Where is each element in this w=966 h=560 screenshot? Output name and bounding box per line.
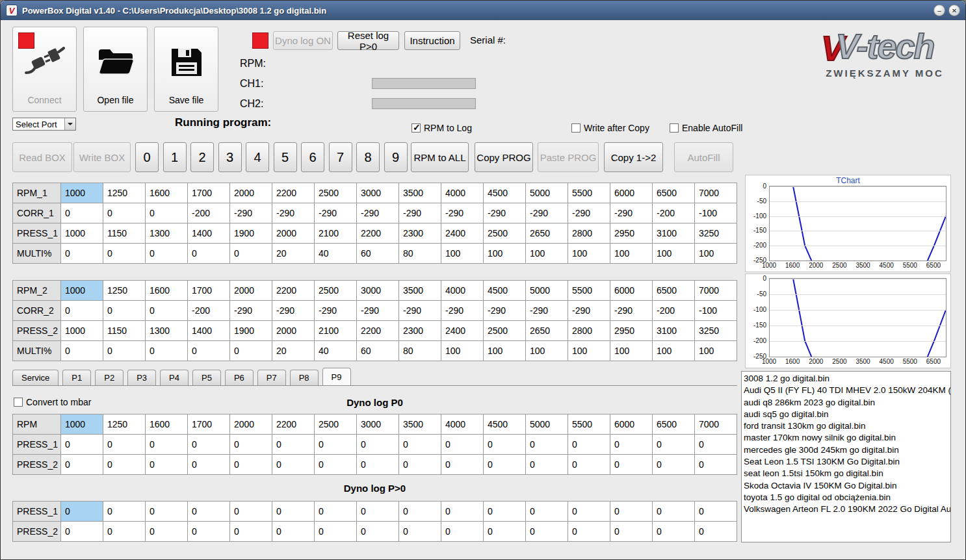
grid-cell[interactable]: 2950 xyxy=(610,223,653,244)
grid-cell[interactable]: 100 xyxy=(610,244,653,264)
grid-cell[interactable]: 5500 xyxy=(568,183,610,203)
grid-cell[interactable]: 1300 xyxy=(146,321,188,341)
grid-cell[interactable]: 0 xyxy=(272,455,315,475)
grid-cell[interactable]: -290 xyxy=(230,203,272,223)
grid-cell[interactable]: -200 xyxy=(653,203,695,223)
file-list-item[interactable]: Skoda Octavia IV 150KM Go Digital.bin xyxy=(744,480,950,492)
file-list-item[interactable]: Audi Q5 II (FY FL) 40 TDI MHEV 2.0 150kW… xyxy=(744,385,950,396)
grid-cell[interactable]: 40 xyxy=(315,244,357,264)
file-list-item[interactable]: Seat Leon 1.5 TSI 130KM Go Digital.bin xyxy=(744,456,950,468)
file-list-item[interactable]: ford transit 130km go digital.bin xyxy=(744,420,950,432)
grid-cell[interactable]: 1000 xyxy=(61,414,103,435)
grid-cell[interactable]: 60 xyxy=(357,341,399,361)
grid-cell[interactable]: 0 xyxy=(103,203,146,223)
save-file-button[interactable]: Save file xyxy=(154,27,218,112)
grid-cell[interactable]: 2000 xyxy=(230,281,272,301)
grid-cell[interactable]: 80 xyxy=(399,341,441,361)
grid-cell[interactable]: 4000 xyxy=(441,183,484,203)
grid-cell[interactable]: 0 xyxy=(399,522,441,542)
grid-cell[interactable]: 2650 xyxy=(526,321,568,341)
grid-cell[interactable]: 100 xyxy=(526,244,568,264)
grid-cell[interactable]: 0 xyxy=(146,301,188,321)
grid-cell[interactable]: -290 xyxy=(441,203,484,223)
grid-cell[interactable]: 20 xyxy=(272,244,315,264)
grid-cell[interactable]: 2500 xyxy=(315,414,357,435)
grid-cell[interactable]: 0 xyxy=(146,244,188,264)
grid-cell[interactable]: 6000 xyxy=(610,183,653,203)
file-list-item[interactable]: master 170km nowy silnik go digital.bin xyxy=(744,432,950,444)
write-after-copy-checkbox[interactable]: Write after Copy xyxy=(571,123,649,133)
grid-cell[interactable]: -290 xyxy=(399,203,441,223)
grid-cell[interactable]: 3250 xyxy=(695,321,737,341)
grid-cell[interactable]: 0 xyxy=(188,522,230,542)
grid-cell[interactable]: 1150 xyxy=(103,321,146,341)
grid-cell[interactable]: 100 xyxy=(568,244,610,264)
grid-cell[interactable]: 0 xyxy=(357,502,399,522)
autofill-button[interactable]: AutoFill xyxy=(674,142,733,172)
grid-cell[interactable]: 2200 xyxy=(357,223,399,244)
grid-cell[interactable]: 100 xyxy=(568,341,610,361)
grid-cell[interactable]: 0 xyxy=(695,435,737,455)
grid-cell[interactable]: 0 xyxy=(230,502,272,522)
grid-cell[interactable]: 4500 xyxy=(484,183,526,203)
grid-cell[interactable]: 100 xyxy=(441,341,484,361)
grid-cell[interactable]: 0 xyxy=(103,502,146,522)
grid-cell[interactable]: 3100 xyxy=(653,321,695,341)
file-list-item[interactable]: 3008 1.2 go digital.bin xyxy=(744,373,950,385)
grid-cell[interactable]: 20 xyxy=(272,341,315,361)
program-digit-button-7[interactable]: 7 xyxy=(329,142,352,172)
grid-cell[interactable]: 1150 xyxy=(103,223,146,244)
tab-p2[interactable]: P2 xyxy=(95,370,124,385)
grid-cell[interactable]: -290 xyxy=(484,301,526,321)
copy-1-to-2-button[interactable]: Copy 1->2 xyxy=(604,142,663,172)
grid-cell[interactable]: 2500 xyxy=(484,223,526,244)
program-digit-button-8[interactable]: 8 xyxy=(356,142,380,172)
grid-cell[interactable]: 7000 xyxy=(695,414,737,435)
grid-cell[interactable]: 1600 xyxy=(146,183,188,203)
grid-cell[interactable]: -290 xyxy=(357,203,399,223)
grid-cell[interactable]: 2100 xyxy=(315,223,357,244)
grid-cell[interactable]: 100 xyxy=(610,341,653,361)
grid-cell[interactable]: 0 xyxy=(526,522,568,542)
grid-cell[interactable]: 0 xyxy=(230,522,272,542)
grid-cell[interactable]: 0 xyxy=(61,455,103,475)
grid-cell[interactable]: 0 xyxy=(484,435,526,455)
file-list-item[interactable]: seat leon 1.5tsi 150km go digital.bin xyxy=(744,468,950,479)
tab-p6[interactable]: P6 xyxy=(225,370,254,385)
grid-cell[interactable]: 100 xyxy=(695,244,737,264)
grid-cell[interactable]: 0 xyxy=(103,301,146,321)
grid-cell[interactable]: 1000 xyxy=(61,223,103,244)
grid-cell[interactable]: 1700 xyxy=(188,414,230,435)
grid-cell[interactable]: 100 xyxy=(526,341,568,361)
grid-cell[interactable]: 80 xyxy=(399,244,441,264)
grid-cell[interactable]: -290 xyxy=(272,301,315,321)
rpm-to-log-checkbox[interactable]: RPM to Log xyxy=(411,123,472,133)
grid-cell[interactable]: 0 xyxy=(526,502,568,522)
grid-cell[interactable]: -200 xyxy=(188,301,230,321)
grid-cell[interactable]: 5000 xyxy=(526,281,568,301)
grid-cell[interactable]: 2800 xyxy=(568,321,610,341)
grid-cell[interactable]: 0 xyxy=(61,341,103,361)
grid-cell[interactable]: 0 xyxy=(315,522,357,542)
grid-cell[interactable]: 6000 xyxy=(610,414,653,435)
grid-cell[interactable]: 0 xyxy=(103,341,146,361)
grid-cell[interactable]: 0 xyxy=(399,502,441,522)
grid-cell[interactable]: -100 xyxy=(695,203,737,223)
grid-cell[interactable]: 0 xyxy=(526,435,568,455)
grid-cell[interactable]: 6500 xyxy=(653,414,695,435)
grid-cell[interactable]: 0 xyxy=(61,244,103,264)
grid-cell[interactable]: 1000 xyxy=(61,183,103,203)
grid-cell[interactable]: 1700 xyxy=(188,183,230,203)
grid-cell[interactable]: 2200 xyxy=(272,414,315,435)
program-digit-button-4[interactable]: 4 xyxy=(246,142,269,172)
grid-cell[interactable]: 0 xyxy=(103,522,146,542)
grid-cell[interactable]: 0 xyxy=(61,203,103,223)
grid-cell[interactable]: 3000 xyxy=(357,281,399,301)
tab-p9[interactable]: P9 xyxy=(322,368,351,385)
grid-cell[interactable]: 2200 xyxy=(272,183,315,203)
grid-cell[interactable]: 6000 xyxy=(610,281,653,301)
grid-cell[interactable]: -290 xyxy=(272,203,315,223)
program-digit-button-2[interactable]: 2 xyxy=(190,142,214,172)
grid-cell[interactable]: 0 xyxy=(610,455,653,475)
grid-cell[interactable]: 0 xyxy=(230,455,272,475)
